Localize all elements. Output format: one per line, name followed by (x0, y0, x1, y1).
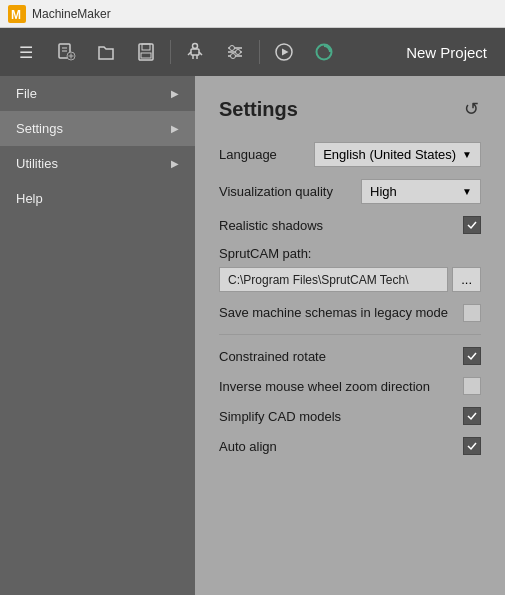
language-label: Language (219, 147, 314, 162)
menu-item-file[interactable]: File ▶ (0, 76, 195, 111)
menu-arrow-file: ▶ (171, 88, 179, 99)
auto-align-checkbox[interactable] (463, 437, 481, 455)
auto-align-label: Auto align (219, 439, 463, 454)
menu-item-utilities[interactable]: Utilities ▶ (0, 146, 195, 181)
language-select[interactable]: English (United States) ▼ (314, 142, 481, 167)
main-layout: File ▶ Settings ▶ Utilities ▶ Help Setti… (0, 76, 505, 595)
menu-item-help[interactable]: Help (0, 181, 195, 216)
menu-item-settings[interactable]: Settings ▶ (0, 111, 195, 146)
language-dropdown-arrow: ▼ (462, 149, 472, 160)
settings-divider (219, 334, 481, 335)
constrained-rotate-checkbox[interactable] (463, 347, 481, 365)
visualization-quality-arrow: ▼ (462, 186, 472, 197)
menu-arrow-utilities: ▶ (171, 158, 179, 169)
menu-item-settings-label: Settings (16, 121, 63, 136)
robot-button[interactable] (177, 34, 213, 70)
toolbar-separator-1 (170, 40, 171, 64)
language-row: Language English (United States) ▼ (219, 142, 481, 167)
sprutcam-path-label: SprutCAM path: (219, 246, 481, 261)
svg-text:M: M (11, 8, 21, 22)
language-value: English (United States) (323, 147, 456, 162)
svg-point-20 (230, 46, 235, 51)
sliders-button[interactable] (217, 34, 253, 70)
simplify-cad-checkbox[interactable] (463, 407, 481, 425)
visualization-quality-value: High (370, 184, 397, 199)
svg-point-21 (236, 50, 241, 55)
svg-point-11 (193, 44, 198, 49)
menu-item-file-label: File (16, 86, 37, 101)
inverse-mouse-wheel-checkbox[interactable] (463, 377, 481, 395)
realistic-shadows-row: Realistic shadows (219, 216, 481, 234)
sync-button[interactable] (306, 34, 342, 70)
constrained-rotate-label: Constrained rotate (219, 349, 463, 364)
toolbar: ☰ (0, 28, 505, 76)
title-bar: M MachineMaker (0, 0, 505, 28)
menu-item-help-label: Help (16, 191, 43, 206)
simplify-cad-row: Simplify CAD models (219, 407, 481, 425)
save-button[interactable] (128, 34, 164, 70)
app-logo: M (8, 5, 26, 23)
constrained-rotate-row: Constrained rotate (219, 347, 481, 365)
visualization-quality-row: Visualization quality High ▼ (219, 179, 481, 204)
inverse-mouse-wheel-row: Inverse mouse wheel zoom direction (219, 377, 481, 395)
realistic-shadows-label: Realistic shadows (219, 218, 463, 233)
hamburger-menu-button[interactable]: ☰ (8, 34, 44, 70)
legacy-mode-row: Save machine schemas in legacy mode (219, 304, 481, 322)
sprutcam-path-section: SprutCAM path: ... (219, 246, 481, 292)
svg-point-22 (231, 54, 236, 59)
play-button[interactable] (266, 34, 302, 70)
visualization-quality-select[interactable]: High ▼ (361, 179, 481, 204)
settings-content: Settings ↺ Language English (United Stat… (195, 76, 505, 595)
browse-button[interactable]: ... (452, 267, 481, 292)
menu-item-utilities-label: Utilities (16, 156, 58, 171)
new-file-button[interactable] (48, 34, 84, 70)
svg-rect-9 (142, 44, 150, 50)
simplify-cad-label: Simplify CAD models (219, 409, 463, 424)
legacy-mode-label: Save machine schemas in legacy mode (219, 304, 453, 322)
auto-align-row: Auto align (219, 437, 481, 455)
svg-rect-10 (141, 53, 151, 58)
menu-arrow-settings: ▶ (171, 123, 179, 134)
visualization-quality-label: Visualization quality (219, 184, 361, 199)
sprutcam-path-input[interactable] (219, 267, 448, 292)
path-input-row: ... (219, 267, 481, 292)
toolbar-separator-2 (259, 40, 260, 64)
project-title: New Project (406, 44, 497, 61)
reset-button[interactable]: ↺ (462, 96, 481, 122)
open-file-button[interactable] (88, 34, 124, 70)
legacy-mode-checkbox[interactable] (463, 304, 481, 322)
svg-rect-12 (191, 49, 199, 55)
app-title: MachineMaker (32, 7, 111, 21)
sidebar: File ▶ Settings ▶ Utilities ▶ Help (0, 76, 195, 595)
settings-title: Settings (219, 98, 298, 121)
inverse-mouse-wheel-label: Inverse mouse wheel zoom direction (219, 379, 463, 394)
svg-marker-24 (282, 49, 289, 56)
realistic-shadows-checkbox[interactable] (463, 216, 481, 234)
settings-header: Settings ↺ (219, 96, 481, 122)
